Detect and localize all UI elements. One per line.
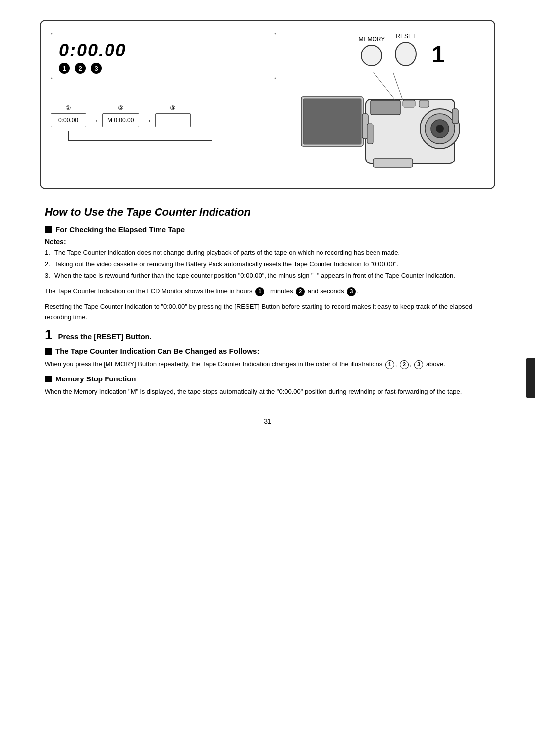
step-1-number: 1 xyxy=(45,328,53,342)
inline-icon-2: 2 xyxy=(296,287,305,296)
counter-changed-body-text: When you press the [MEMORY] Button repea… xyxy=(45,360,384,368)
note-2: 2. Taking out the video cassette or remo… xyxy=(45,259,490,269)
note-3-text: When the tape is rewound further than th… xyxy=(54,272,455,279)
flow-diagram-area: ① 0:00.00 → ② M 0:00.00 → ③ xyxy=(51,99,276,145)
right-margin-bar xyxy=(526,358,535,398)
svg-line-18 xyxy=(393,72,403,100)
svg-rect-12 xyxy=(403,100,415,107)
flow-diagram: ① 0:00.00 → ② M 0:00.00 → ③ xyxy=(51,104,276,127)
elapsed-time-heading-text: For Checking the Elapsed Time Tape xyxy=(55,225,185,234)
body-text-1-start: The Tape Counter Indication on the LCD M… xyxy=(45,287,253,295)
flow-step-1-num: ① xyxy=(65,104,71,111)
svg-rect-16 xyxy=(452,109,458,124)
diagram-badge-number: 1 xyxy=(431,43,445,66)
heading-bullet-1 xyxy=(45,226,52,233)
step-1-instruction: 1 Press the [RESET] Button. xyxy=(45,328,490,342)
circle-2: 2 xyxy=(400,360,409,369)
label-2: 2 xyxy=(75,63,86,74)
svg-rect-15 xyxy=(373,159,413,167)
step-1-text: Press the [RESET] Button. xyxy=(58,332,152,341)
body-text-1-mid: , minutes xyxy=(267,287,293,295)
svg-rect-14 xyxy=(367,124,373,144)
note-1-text: The Tape Counter Indication does not cha… xyxy=(54,249,400,256)
diagram-box: 0:00.00 1 2 3 ① 0:00.00 → ② M xyxy=(40,20,495,189)
note-num-2: 2. xyxy=(45,259,50,269)
svg-rect-13 xyxy=(419,100,429,107)
memory-stop-body: When the Memory Indication "M" is displa… xyxy=(45,387,490,397)
svg-point-10 xyxy=(436,125,444,133)
memory-label: MEMORY xyxy=(359,36,385,66)
body-text-2: Resetting the Tape Counter Indication to… xyxy=(45,302,490,323)
label-3: 3 xyxy=(91,63,102,74)
body-text-1-suffix: . xyxy=(357,287,359,295)
camera-illustration xyxy=(296,69,484,178)
svg-rect-11 xyxy=(371,100,400,115)
memory-text: MEMORY xyxy=(359,36,385,43)
svg-line-17 xyxy=(373,72,395,100)
note-num-1: 1. xyxy=(45,248,50,258)
bracket-svg xyxy=(68,131,212,143)
inline-icon-1: 1 xyxy=(255,287,264,296)
flow-step-3-box xyxy=(155,113,191,127)
circle-3: 3 xyxy=(414,360,423,369)
reset-label: RESET xyxy=(395,33,417,66)
note-1: 1. The Tape Counter Indication does not … xyxy=(45,248,490,258)
bracket-area xyxy=(68,131,276,145)
flow-step-3: ③ xyxy=(155,104,191,127)
notes-list: 1. The Tape Counter Indication does not … xyxy=(45,248,490,281)
body-text-1: The Tape Counter Indication on the LCD M… xyxy=(45,286,490,297)
content-area: How to Use the Tape Counter Indication F… xyxy=(40,205,495,397)
memory-button-circle xyxy=(361,45,382,66)
page-number: 31 xyxy=(40,417,495,425)
heading-bullet-2 xyxy=(45,348,52,355)
flow-step-2-num: ② xyxy=(118,104,124,111)
section-title: How to Use the Tape Counter Indication xyxy=(45,205,490,219)
elapsed-time-heading: For Checking the Elapsed Time Tape xyxy=(45,225,490,234)
svg-rect-5 xyxy=(303,99,361,144)
diagram-right: MEMORY RESET 1 xyxy=(276,33,484,178)
body-text-1-end: and seconds xyxy=(308,287,344,295)
flow-arrow-1: → xyxy=(89,115,99,126)
flow-arrow-2: → xyxy=(142,115,152,126)
circle-1: 1 xyxy=(385,360,394,369)
counter-changed-body: When you press the [MEMORY] Button repea… xyxy=(45,359,490,370)
counter-changed-heading-text: The Tape Counter Indication Can Be Chang… xyxy=(55,347,259,355)
reset-text: RESET xyxy=(395,33,417,40)
notes-label: Notes: xyxy=(45,238,490,246)
counter-labels: 1 2 3 xyxy=(59,63,268,74)
heading-bullet-3 xyxy=(45,376,52,382)
flow-step-3-num: ③ xyxy=(170,104,176,111)
memory-stop-heading-text: Memory Stop Function xyxy=(55,375,136,383)
memory-stop-heading: Memory Stop Function xyxy=(45,375,490,383)
flow-step-2: ② M 0:00.00 xyxy=(102,104,139,127)
flow-step-2-box: M 0:00.00 xyxy=(102,113,139,127)
label-1: 1 xyxy=(59,63,70,74)
button-labels: MEMORY RESET 1 xyxy=(359,33,445,66)
counter-number: 0:00.00 xyxy=(59,40,268,61)
counter-display: 0:00.00 1 2 3 xyxy=(51,33,276,79)
note-num-3: 3. xyxy=(45,271,50,281)
reset-button-oval xyxy=(395,42,417,66)
above-text: above. xyxy=(426,360,445,368)
flow-step-1: ① 0:00.00 xyxy=(51,104,86,127)
note-2-text: Taking out the video cassette or removin… xyxy=(54,260,398,268)
note-3: 3. When the tape is rewound further than… xyxy=(45,271,490,281)
diagram-left: 0:00.00 1 2 3 ① 0:00.00 → ② M xyxy=(51,33,276,145)
flow-step-1-box: 0:00.00 xyxy=(51,113,86,127)
camera-svg xyxy=(296,69,484,178)
inline-icon-3: 3 xyxy=(347,287,356,296)
counter-changed-heading: The Tape Counter Indication Can Be Chang… xyxy=(45,347,490,355)
